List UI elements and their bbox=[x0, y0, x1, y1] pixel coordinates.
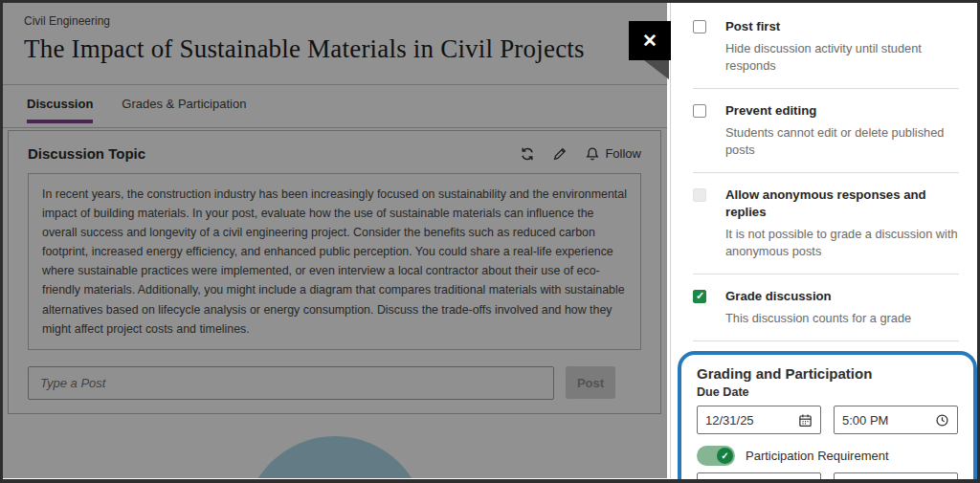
prevent-editing-checkbox[interactable] bbox=[693, 104, 706, 118]
divider bbox=[693, 274, 959, 274]
due-time-value: 5:00 PM bbox=[842, 413, 888, 428]
option-prevent-editing: Prevent editing Students cannot edit or … bbox=[693, 99, 963, 170]
participation-type-value: Post or Reply bbox=[842, 480, 917, 483]
due-date-label: Due Date bbox=[697, 385, 958, 399]
option-allow-anonymous: Allow anonymous responses and replies It… bbox=[693, 183, 963, 272]
participation-requirement-toggle[interactable]: ✓ bbox=[697, 446, 735, 466]
participation-count-value: 3 bbox=[705, 480, 712, 483]
option-description: This discussion counts for a grade bbox=[725, 310, 963, 327]
grading-section-heading: Grading and Participation bbox=[697, 365, 958, 382]
due-date-input[interactable]: 12/31/25 bbox=[697, 406, 821, 434]
participation-count-dropdown[interactable]: 3 ▾ bbox=[697, 472, 821, 483]
clock-icon bbox=[935, 413, 949, 428]
option-label: Allow anonymous responses and replies bbox=[725, 187, 963, 221]
option-description: Hide discussion activity until student r… bbox=[725, 40, 963, 75]
option-description: It is not possible to grade a discussion… bbox=[725, 226, 963, 260]
calendar-icon bbox=[798, 413, 813, 428]
allow-anonymous-checkbox bbox=[693, 188, 706, 202]
option-label: Grade discussion bbox=[725, 288, 963, 305]
option-label: Post first bbox=[725, 18, 963, 35]
participation-requirement-label: Participation Requirement bbox=[746, 449, 889, 463]
participation-type-dropdown[interactable]: Post or Reply ▾ bbox=[834, 472, 958, 483]
app-window: Civil Engineering The Impact of Sustaina… bbox=[0, 0, 980, 483]
option-grade-discussion: Grade discussion This discussion counts … bbox=[693, 284, 963, 339]
divider bbox=[693, 340, 959, 341]
due-date-value: 12/31/25 bbox=[705, 413, 754, 428]
option-description: Students cannot edit or delete published… bbox=[725, 124, 963, 159]
due-time-input[interactable]: 5:00 PM bbox=[834, 406, 958, 434]
close-button[interactable]: ✕ bbox=[629, 21, 671, 60]
discussion-page: Civil Engineering The Impact of Sustaina… bbox=[3, 3, 667, 478]
close-button-tail bbox=[644, 60, 669, 79]
option-label: Prevent editing bbox=[725, 102, 963, 120]
toggle-check-icon: ✓ bbox=[717, 448, 733, 464]
post-first-checkbox[interactable] bbox=[693, 20, 706, 33]
grading-participation-highlight: Grading and Participation Due Date 12/31… bbox=[678, 351, 977, 483]
divider bbox=[693, 88, 959, 89]
grade-discussion-checkbox[interactable] bbox=[693, 290, 706, 303]
discussion-settings-panel: Post first Hide discussion activity unti… bbox=[670, 3, 980, 478]
divider bbox=[693, 172, 959, 173]
option-post-first: Post first Hide discussion activity unti… bbox=[693, 14, 963, 86]
modal-dim-overlay bbox=[3, 3, 667, 478]
close-icon: ✕ bbox=[642, 30, 657, 52]
